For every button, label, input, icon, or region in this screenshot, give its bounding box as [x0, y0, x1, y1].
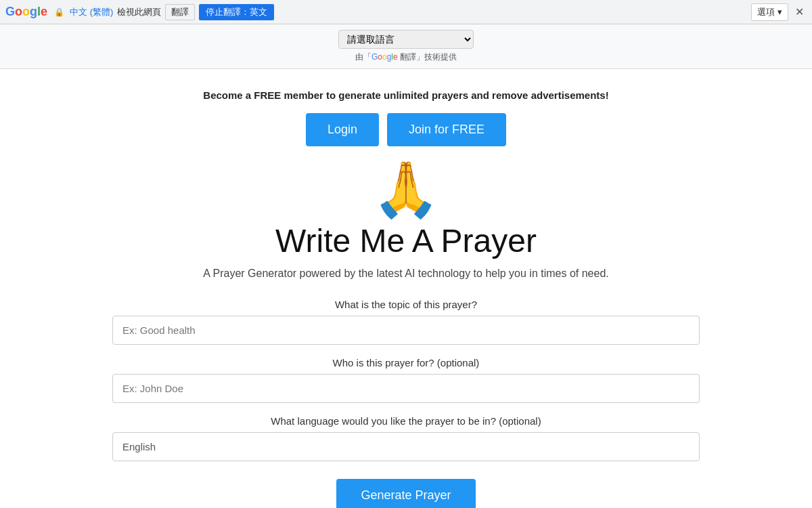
- google-g: G: [5, 5, 15, 19]
- for-input[interactable]: [112, 374, 700, 403]
- google-logo: Google: [5, 5, 47, 19]
- prayer-form: What is the topic of this prayer? Who is…: [112, 299, 700, 508]
- page-title: Write Me A Prayer: [112, 222, 700, 259]
- translate-bar: Google 🔒 中文 (繁體) 檢視此網頁 翻譯 停止翻譯：英文 選項 ▾ ✕: [0, 0, 812, 24]
- language-select[interactable]: 請選取語言: [338, 30, 474, 49]
- close-button[interactable]: ✕: [792, 4, 807, 20]
- member-banner: Become a FREE member to generate unlimit…: [112, 89, 700, 101]
- page-subtitle: A Prayer Generator powered by the latest…: [112, 268, 700, 280]
- powered-by-text: 由「Google 翻譯」技術提供: [5, 51, 807, 63]
- language-input[interactable]: [112, 432, 700, 461]
- options-button[interactable]: 選項 ▾: [751, 3, 788, 21]
- inspect-text: 檢視此網頁: [117, 6, 161, 18]
- stop-translate-button[interactable]: 停止翻譯：英文: [199, 4, 274, 20]
- for-label: Who is this prayer for? (optional): [112, 357, 700, 368]
- prayer-emoji: 🙏: [112, 163, 700, 217]
- topic-input[interactable]: [112, 316, 700, 345]
- language-link[interactable]: 中文 (繁體): [70, 6, 113, 18]
- language-label: What language would you like the prayer …: [112, 415, 700, 427]
- chevron-down-icon: ▾: [777, 7, 782, 17]
- translate-button[interactable]: 翻譯: [165, 4, 195, 20]
- join-button[interactable]: Join for FREE: [387, 113, 506, 146]
- login-button[interactable]: Login: [306, 113, 379, 146]
- main-content: Become a FREE member to generate unlimit…: [102, 69, 710, 508]
- generate-button[interactable]: Generate Prayer: [336, 479, 475, 508]
- language-select-bar: 請選取語言 由「Google 翻譯」技術提供: [0, 24, 812, 69]
- options-label: 選項: [757, 6, 775, 18]
- topic-label: What is the topic of this prayer?: [112, 299, 700, 310]
- lock-icon: 🔒: [54, 7, 64, 17]
- auth-buttons: Login Join for FREE: [112, 113, 700, 146]
